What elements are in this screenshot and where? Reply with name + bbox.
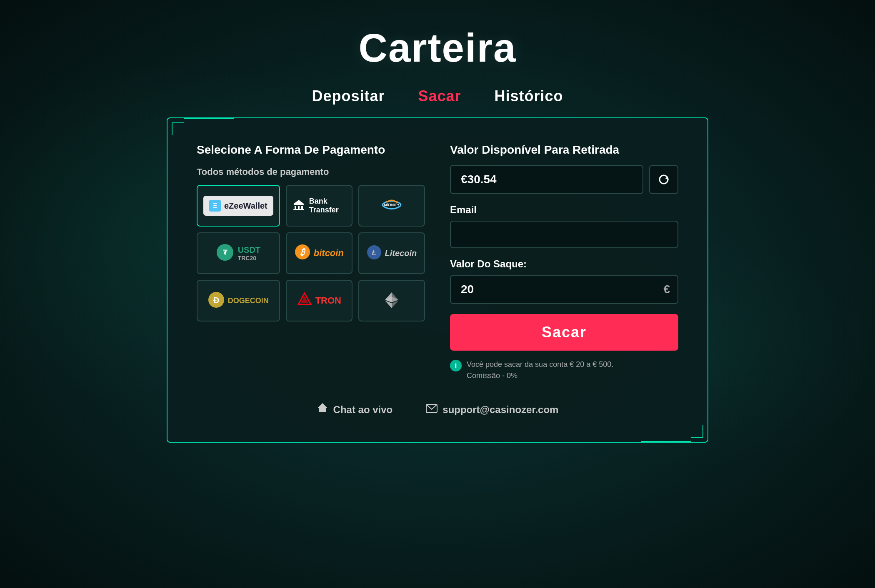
tron-label: TRON xyxy=(315,295,341,306)
tabs-nav: Depositar Sacar Histórico xyxy=(312,87,563,105)
currency-symbol: € xyxy=(663,283,670,296)
info-text-block: Você pode sacar da sua conta € 20 a € 50… xyxy=(467,359,613,381)
info-text: Você pode sacar da sua conta € 20 a € 50… xyxy=(467,359,613,370)
payment-sub-title: Todos métodos de pagamento xyxy=(197,167,425,177)
litecoin-icon: Ł xyxy=(367,245,382,262)
chat-link[interactable]: Chat ao vivo xyxy=(317,402,393,417)
svg-rect-0 xyxy=(294,204,304,205)
support-link[interactable]: support@casinozer.com xyxy=(426,403,558,416)
ethereum-logo xyxy=(382,291,401,311)
chat-icon xyxy=(317,402,328,417)
svg-text:MiFINITY: MiFINITY xyxy=(384,203,400,207)
corner-decoration-tl xyxy=(172,122,184,135)
ezee-label: eZeeWallet xyxy=(224,201,268,211)
footer-links: Chat ao vivo support@casinozer.com xyxy=(197,402,678,417)
tron-logo: TRON xyxy=(297,292,341,309)
payment-option-bitcoin[interactable]: ₿ bitcoin xyxy=(286,232,352,274)
svg-marker-24 xyxy=(319,404,326,412)
litecoin-logo: Ł Litecoin xyxy=(367,245,417,262)
payment-option-mifinity[interactable]: MiFINITY xyxy=(358,185,425,227)
amount-input[interactable] xyxy=(450,275,678,304)
svg-rect-4 xyxy=(293,209,304,210)
payment-option-bank[interactable]: Bank Transfer xyxy=(286,185,352,227)
ezee-icon: Ξ xyxy=(209,200,221,212)
commission-text: Comissão - 0% xyxy=(467,370,613,381)
dogecoin-logo: Ð DOGECOIN xyxy=(208,292,269,310)
dogecoin-icon: Ð xyxy=(208,292,225,310)
right-column: Valor Disponível Para Retirada Email Val… xyxy=(450,143,678,381)
tab-historico[interactable]: Histórico xyxy=(495,87,563,105)
amount-label: Valor Do Saque: xyxy=(450,258,678,270)
payment-option-dogecoin[interactable]: Ð DOGECOIN xyxy=(197,280,280,321)
payment-option-usdt[interactable]: ₮ USDT TRC20 xyxy=(197,232,280,274)
support-label: support@casinozer.com xyxy=(442,404,558,416)
mifinity-icon: MiFINITY xyxy=(381,197,402,214)
payment-option-tron[interactable]: TRON xyxy=(286,280,352,321)
bitcoin-label: bitcoin xyxy=(314,248,344,259)
payment-option-ezee[interactable]: Ξ eZeeWallet xyxy=(197,185,280,227)
email-label: Email xyxy=(450,204,678,216)
tab-sacar[interactable]: Sacar xyxy=(418,87,461,105)
ethereum-icon xyxy=(382,291,401,311)
usdt-logo: ₮ USDT TRC20 xyxy=(216,244,260,263)
info-row: i Você pode sacar da sua conta € 20 a € … xyxy=(450,359,678,381)
payment-option-litecoin[interactable]: Ł Litecoin xyxy=(358,232,425,274)
litecoin-label: Litecoin xyxy=(385,249,417,258)
payment-option-ethereum[interactable] xyxy=(358,280,425,321)
info-icon: i xyxy=(450,360,462,371)
usdt-icon: ₮ xyxy=(216,244,234,263)
svg-rect-3 xyxy=(301,206,303,209)
usdt-label: USDT xyxy=(238,245,260,255)
svg-text:₮: ₮ xyxy=(223,249,228,256)
email-icon xyxy=(426,403,438,416)
left-column: Selecione A Forma De Pagamento Todos mét… xyxy=(197,143,425,381)
svg-rect-2 xyxy=(298,206,300,209)
svg-rect-1 xyxy=(295,206,296,209)
bank-logo: Bank Transfer xyxy=(292,197,346,214)
payment-section-title: Selecione A Forma De Pagamento xyxy=(197,143,425,157)
withdrawal-section-title: Valor Disponível Para Retirada xyxy=(450,143,678,157)
main-card: Selecione A Forma De Pagamento Todos mét… xyxy=(167,117,708,443)
bank-label: Bank Transfer xyxy=(309,197,346,214)
svg-text:Ł: Ł xyxy=(371,249,376,257)
amount-row: € xyxy=(450,275,678,304)
bank-icon xyxy=(292,199,305,213)
bitcoin-icon: ₿ xyxy=(295,244,310,262)
tron-icon xyxy=(297,292,312,309)
available-value-row xyxy=(450,165,678,194)
mifinity-logo: MiFINITY xyxy=(381,197,402,214)
bitcoin-logo: ₿ bitcoin xyxy=(295,244,344,262)
payment-grid: Ξ eZeeWallet xyxy=(197,185,425,321)
usdt-sub: TRC20 xyxy=(238,255,260,262)
refresh-button[interactable] xyxy=(649,165,678,194)
svg-marker-5 xyxy=(293,200,304,204)
page-title: Carteira xyxy=(359,25,517,71)
sacar-button[interactable]: Sacar xyxy=(450,314,678,351)
chat-label: Chat ao vivo xyxy=(333,404,393,416)
svg-text:Ð: Ð xyxy=(213,296,219,305)
ezee-logo: Ξ eZeeWallet xyxy=(203,196,273,216)
email-input[interactable] xyxy=(450,221,678,248)
tab-depositar[interactable]: Depositar xyxy=(312,87,385,105)
dogecoin-label: DOGECOIN xyxy=(228,296,269,305)
corner-decoration-br xyxy=(691,425,703,438)
available-value-input[interactable] xyxy=(450,165,643,194)
